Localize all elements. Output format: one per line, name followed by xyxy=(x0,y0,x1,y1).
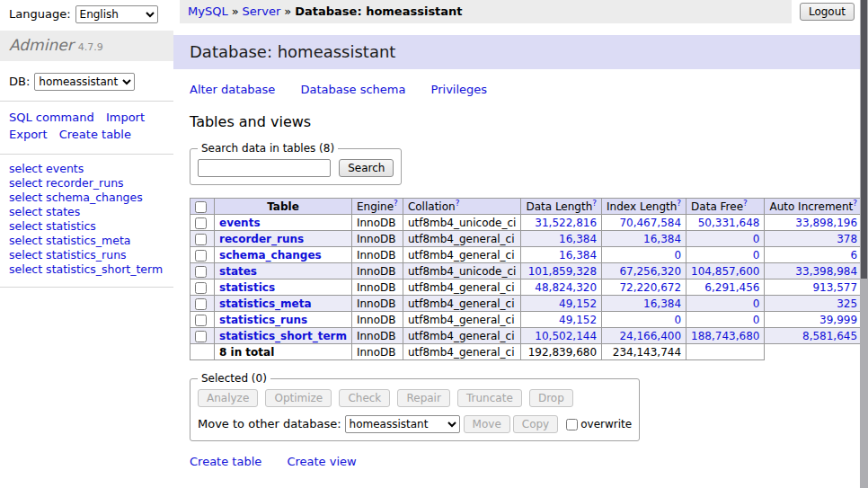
data-free-link[interactable]: 0 xyxy=(753,297,760,310)
sidebar-item-select-recorder-runs[interactable]: select recorder_runs xyxy=(9,176,164,191)
auto-increment-link[interactable]: 325 xyxy=(837,297,857,310)
sidebar-create-table-link[interactable]: Create table xyxy=(59,128,131,141)
data-free-link[interactable]: 0 xyxy=(753,314,760,326)
data-free-link[interactable]: 6,291,456 xyxy=(704,281,759,294)
row-checkbox[interactable] xyxy=(195,234,207,245)
auto-increment-link[interactable]: 39,999 xyxy=(819,314,857,326)
sidebar-import-link[interactable]: Import xyxy=(106,111,145,124)
row-checkbox[interactable] xyxy=(195,298,207,310)
repair-button[interactable]: Repair xyxy=(397,389,449,407)
table-name-link[interactable]: statistics_runs xyxy=(219,314,307,326)
select-all-checkbox[interactable] xyxy=(195,201,207,213)
sidebar-export-link[interactable]: Export xyxy=(9,128,48,141)
sidebar-item-select-states[interactable]: select states xyxy=(9,205,164,219)
index-length-link[interactable]: 70,467,584 xyxy=(619,217,681,229)
sidebar-item-select-schema-changes[interactable]: select schema_changes xyxy=(9,191,164,205)
move-database-select[interactable]: homeassistant xyxy=(345,415,460,433)
move-button[interactable]: Move xyxy=(464,415,510,433)
optimize-button[interactable]: Optimize xyxy=(265,389,332,407)
analyze-button[interactable]: Analyze xyxy=(198,389,258,407)
index-length-link[interactable]: 0 xyxy=(674,314,681,326)
row-checkbox[interactable] xyxy=(195,315,207,326)
total-label: 8 in total xyxy=(215,344,352,360)
check-button[interactable]: Check xyxy=(339,389,390,407)
logout-button[interactable]: Logout xyxy=(800,3,855,21)
table-name-link[interactable]: statistics_short_term xyxy=(219,330,347,342)
create-view-link[interactable]: Create view xyxy=(287,455,356,468)
breadcrumb-server-link[interactable]: Server xyxy=(243,4,281,18)
row-checkbox[interactable] xyxy=(195,282,207,294)
data-length-link[interactable]: 101,859,328 xyxy=(528,265,597,278)
db-selector-row: DB:homeassistant xyxy=(0,61,173,102)
sidebar-item-select-statistics-meta[interactable]: select statistics_meta xyxy=(9,234,164,248)
auto-increment-link[interactable]: 913,577 xyxy=(812,281,857,294)
table-row: events InnoDB utf8mb4_unicode_ci 31,522,… xyxy=(190,215,868,231)
privileges-link[interactable]: Privileges xyxy=(431,83,488,96)
table-name-link[interactable]: recorder_runs xyxy=(219,233,304,245)
engine-help-link[interactable]: ? xyxy=(394,199,398,208)
auto-increment-link[interactable]: 378 xyxy=(837,233,857,245)
row-checkbox[interactable] xyxy=(195,266,207,278)
create-table-link[interactable]: Create table xyxy=(190,455,261,468)
data-length-link[interactable]: 31,522,816 xyxy=(535,217,597,229)
auto-increment-link[interactable]: 6 xyxy=(850,249,857,262)
data-length-link[interactable]: 16,384 xyxy=(559,249,597,262)
sidebar-item-select-statistics-runs[interactable]: select statistics_runs xyxy=(9,248,164,262)
alter-database-link[interactable]: Alter database xyxy=(190,83,275,96)
auto-increment-link[interactable]: 33,398,984 xyxy=(795,265,857,278)
table-name-link[interactable]: statistics_meta xyxy=(219,297,312,310)
index-length-help-link[interactable]: ? xyxy=(677,199,681,208)
search-button[interactable]: Search xyxy=(339,159,394,177)
total-data-length-cell: 192,839,680 xyxy=(521,344,602,360)
drop-button[interactable]: Drop xyxy=(529,389,573,407)
auto-increment-link[interactable]: 8,581,645 xyxy=(802,330,857,342)
data-length-link[interactable]: 49,152 xyxy=(559,314,597,326)
index-length-link[interactable]: 67,256,320 xyxy=(619,265,681,278)
collation-help-link[interactable]: ? xyxy=(456,199,460,208)
data-free-help-link[interactable]: ? xyxy=(743,199,748,208)
adminer-logo-link[interactable]: Adminer xyxy=(9,36,74,54)
sidebar-item-select-statistics[interactable]: select statistics xyxy=(9,219,164,234)
vertical-scrollbar[interactable] xyxy=(860,0,868,488)
table-name-link[interactable]: states xyxy=(219,265,257,278)
data-length-link[interactable]: 49,152 xyxy=(559,297,597,310)
sidebar-item-select-statistics-short-term[interactable]: select statistics_short_term xyxy=(9,262,164,277)
index-length-link[interactable]: 72,220,672 xyxy=(619,281,681,294)
index-length-link[interactable]: 16,384 xyxy=(643,233,681,245)
data-length-help-link[interactable]: ? xyxy=(592,199,597,208)
index-length-link[interactable]: 16,384 xyxy=(643,297,681,310)
data-length-link[interactable]: 16,384 xyxy=(559,233,597,245)
database-schema-link[interactable]: Database schema xyxy=(301,83,406,96)
truncate-button[interactable]: Truncate xyxy=(457,389,522,407)
collation-cell: utf8mb4_general_ci xyxy=(403,296,521,312)
data-free-link[interactable]: 0 xyxy=(753,233,760,245)
table-name-link[interactable]: events xyxy=(219,217,261,229)
row-checkbox[interactable] xyxy=(195,331,207,342)
auto-increment-help-link[interactable]: ? xyxy=(853,199,857,208)
data-free-cell: 6,291,456 xyxy=(686,279,765,296)
db-select[interactable]: homeassistant xyxy=(34,73,135,91)
data-free-link[interactable]: 0 xyxy=(753,249,760,262)
index-length-link[interactable]: 0 xyxy=(674,249,681,262)
data-length-link[interactable]: 48,824,320 xyxy=(535,281,597,294)
row-checkbox[interactable] xyxy=(195,250,207,262)
row-checkbox[interactable] xyxy=(195,217,207,229)
sidebar-item-select-events[interactable]: select events xyxy=(9,162,164,176)
data-free-link[interactable]: 50,331,648 xyxy=(698,217,760,229)
table-name-link[interactable]: schema_changes xyxy=(219,249,322,262)
scrollbar-thumb[interactable] xyxy=(861,0,867,279)
data-free-link[interactable]: 188,743,680 xyxy=(691,330,759,342)
table-row: states InnoDB utf8mb4_unicode_ci 101,859… xyxy=(190,263,868,279)
copy-button[interactable]: Copy xyxy=(513,415,558,433)
data-length-link[interactable]: 10,502,144 xyxy=(535,330,597,342)
table-name-link[interactable]: statistics xyxy=(219,281,275,294)
data-free-link[interactable]: 104,857,600 xyxy=(691,265,759,278)
overwrite-checkbox[interactable] xyxy=(566,419,578,430)
index-length-link[interactable]: 24,166,400 xyxy=(619,330,681,342)
language-select[interactable]: English xyxy=(75,5,158,23)
search-input[interactable] xyxy=(198,159,331,177)
auto-increment-link[interactable]: 33,898,196 xyxy=(795,217,857,229)
table-name-cell: statistics_short_term xyxy=(215,328,352,344)
sidebar-sql-command-link[interactable]: SQL command xyxy=(9,111,94,124)
breadcrumb-mysql-link[interactable]: MySQL xyxy=(188,4,228,18)
